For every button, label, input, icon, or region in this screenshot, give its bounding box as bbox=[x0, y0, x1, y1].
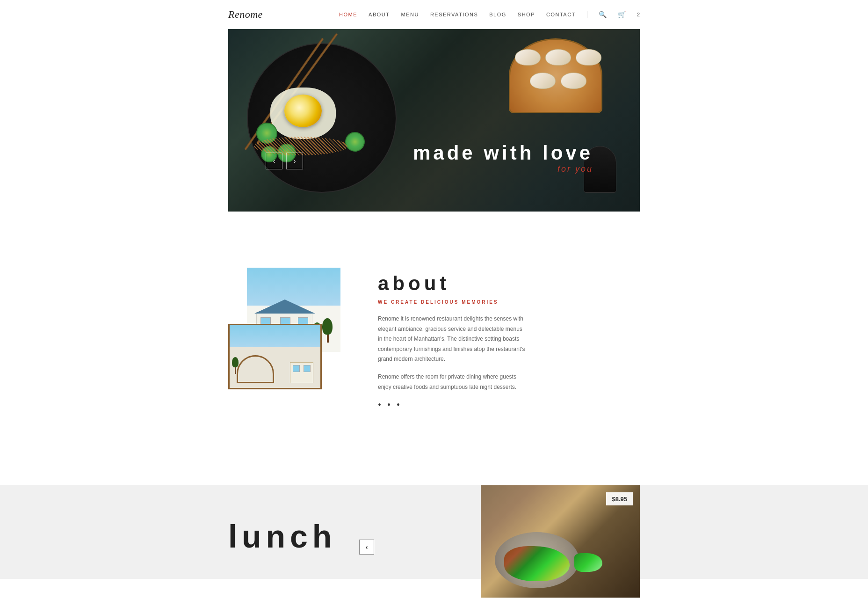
about-subtitle: WE CREATE DELICIOUS MEMORIES bbox=[378, 300, 640, 305]
price-tag: $8.95 bbox=[612, 496, 627, 503]
about-image-secondary bbox=[228, 324, 322, 389]
nav-divider bbox=[587, 11, 587, 18]
dumpling-4 bbox=[530, 73, 556, 89]
site-header: Renome HOME ABOUT MENU RESERVATIONS BLOG… bbox=[0, 0, 868, 29]
dumpling-3 bbox=[576, 49, 601, 66]
hero-subtitle: for you bbox=[413, 164, 593, 174]
site-logo[interactable]: Renome bbox=[228, 8, 263, 21]
hero-title: made with love bbox=[413, 142, 593, 164]
cucumber-4 bbox=[345, 132, 365, 152]
nav-about[interactable]: ABOUT bbox=[369, 12, 390, 17]
nav-menu[interactable]: MENU bbox=[401, 12, 419, 17]
nav-reservations[interactable]: RESERVATIONS bbox=[430, 12, 478, 17]
nav-home[interactable]: HOME bbox=[339, 12, 357, 17]
nav-blog[interactable]: BLOG bbox=[489, 12, 506, 17]
about-paragraph-2: Renome offers the room for private dinin… bbox=[378, 372, 528, 392]
hero-background: ‹ › made with love for you bbox=[228, 29, 640, 212]
egg-yolk bbox=[284, 95, 322, 127]
about-content: about WE CREATE DELICIOUS MEMORIES Renom… bbox=[378, 268, 640, 410]
main-nav: HOME ABOUT MENU RESERVATIONS BLOG SHOP C… bbox=[339, 11, 640, 19]
chevron-right-icon: › bbox=[294, 157, 296, 165]
dumpling-5 bbox=[561, 73, 586, 89]
dumpling-1 bbox=[515, 49, 541, 66]
chevron-left-icon: ‹ bbox=[273, 157, 275, 165]
steam-basket bbox=[509, 38, 602, 113]
about-paragraph-1: Renome it is renowned restaurant delight… bbox=[378, 314, 528, 365]
slider-next-button[interactable]: › bbox=[286, 153, 303, 169]
lunch-title: lunch bbox=[228, 518, 336, 555]
lunch-section: lunch ‹ bbox=[228, 509, 336, 564]
chevron-left-icon: ‹ bbox=[366, 543, 368, 551]
hero-text: made with love for you bbox=[413, 142, 593, 174]
cart-count: 2 bbox=[637, 12, 640, 17]
lunch-slider-prev[interactable]: ‹ bbox=[359, 540, 374, 555]
nav-shop[interactable]: SHOP bbox=[518, 12, 535, 17]
about-title: about bbox=[378, 272, 640, 295]
dumpling-2 bbox=[545, 49, 571, 66]
about-dots: • • • bbox=[378, 400, 640, 410]
cart-icon[interactable]: 🛒 bbox=[618, 11, 626, 19]
nav-contact[interactable]: CONTACT bbox=[546, 12, 576, 17]
search-icon[interactable]: 🔍 bbox=[599, 11, 607, 19]
hero-section: ‹ › made with love for you bbox=[228, 29, 640, 212]
slider-prev-button[interactable]: ‹ bbox=[266, 153, 282, 169]
about-images bbox=[228, 268, 340, 389]
about-section: about WE CREATE DELICIOUS MEMORIES Renom… bbox=[228, 240, 640, 448]
slider-controls: ‹ › bbox=[266, 153, 303, 169]
